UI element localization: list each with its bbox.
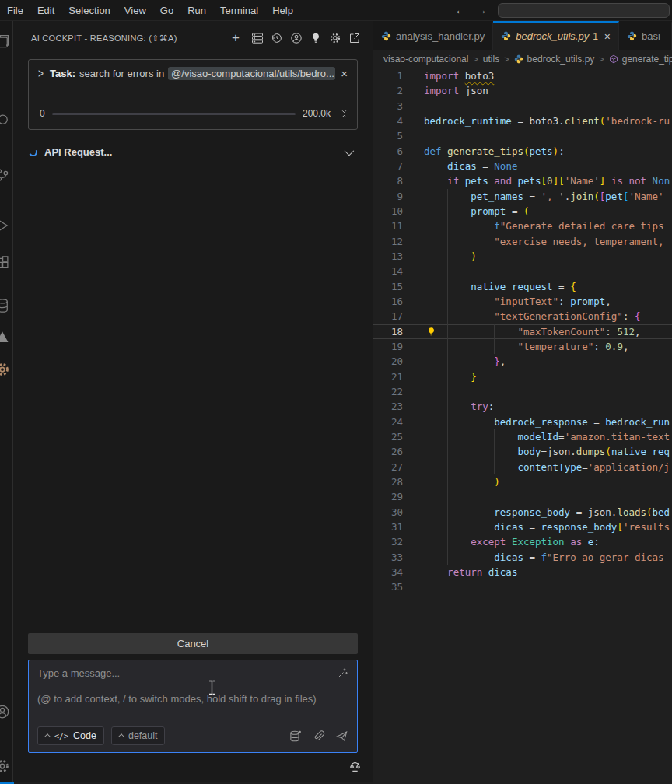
menu-help[interactable]: Help bbox=[265, 0, 300, 21]
tab-analysis-handler[interactable]: analysis_handler.py bbox=[373, 21, 493, 50]
code-line[interactable]: 1import boto3 bbox=[373, 68, 672, 83]
code-line[interactable]: 23 try: bbox=[373, 399, 672, 414]
account-icon[interactable] bbox=[0, 704, 10, 719]
lightbulb-quickfix-icon[interactable] bbox=[426, 327, 436, 337]
nav-forward-icon[interactable]: → bbox=[473, 0, 490, 20]
code-line[interactable]: 2import json bbox=[373, 83, 672, 98]
account-icon[interactable] bbox=[290, 32, 303, 44]
code-line[interactable]: 4bedrock_runtime = boto3.client('bedrock… bbox=[373, 114, 672, 128]
nav-back-icon[interactable]: ← bbox=[452, 0, 469, 20]
code-line[interactable]: 19 "temperature": 0.9, bbox=[373, 339, 672, 354]
code-line[interactable]: 25 modelId='amazon.titan-text bbox=[373, 429, 672, 444]
mcp-servers-icon[interactable] bbox=[251, 32, 264, 44]
code-line[interactable]: 21 } bbox=[373, 369, 672, 384]
code-line[interactable]: 15 native_request = { bbox=[373, 279, 672, 294]
code-line[interactable]: 28 ) bbox=[373, 474, 672, 489]
code-line[interactable]: 5 bbox=[373, 128, 672, 143]
profile-label: default bbox=[128, 730, 158, 741]
open-in-editor-icon[interactable] bbox=[348, 32, 361, 44]
python-file-icon bbox=[501, 31, 511, 41]
context-window-slider[interactable] bbox=[52, 113, 296, 115]
enhance-prompt-icon[interactable] bbox=[336, 667, 348, 680]
collapse-context-icon[interactable] bbox=[339, 109, 349, 119]
extensions-icon[interactable] bbox=[0, 255, 10, 271]
code-line[interactable]: 13 ) bbox=[373, 249, 672, 264]
code-line[interactable]: 8 if pets and pets[0]['Name'] is not Non bbox=[373, 173, 672, 188]
code-text: modelId='amazon.titan-text bbox=[424, 429, 670, 444]
cancel-button[interactable]: Cancel bbox=[28, 633, 358, 654]
menu-go[interactable]: Go bbox=[153, 0, 180, 21]
code-line[interactable]: 22 bbox=[373, 384, 672, 399]
tab-bedrock-utils[interactable]: bedrock_utils.py 1 × bbox=[493, 21, 619, 50]
api-request-row[interactable]: API Request... bbox=[28, 143, 358, 160]
explorer-icon[interactable] bbox=[0, 33, 10, 49]
command-center-searchbox[interactable] bbox=[498, 3, 670, 18]
settings-gear-icon[interactable] bbox=[0, 758, 10, 774]
menu-terminal[interactable]: Terminal bbox=[213, 0, 265, 21]
menu-edit[interactable]: Edit bbox=[30, 0, 61, 21]
send-icon[interactable] bbox=[335, 730, 348, 743]
code-line[interactable]: 11 f"Generate detailed care tips bbox=[373, 219, 672, 233]
code-line[interactable]: 12 "exercise needs, temperament, bbox=[373, 234, 672, 249]
tab-basic[interactable]: basi bbox=[619, 21, 672, 50]
menu-view[interactable]: View bbox=[117, 0, 153, 21]
attach-paperclip-icon[interactable] bbox=[312, 730, 325, 743]
breadcrumb-folder[interactable]: visao-computacional bbox=[383, 54, 468, 65]
code-line[interactable]: 16 "inputText": prompt, bbox=[373, 294, 672, 309]
new-task-icon[interactable]: + bbox=[232, 32, 244, 44]
database-icon[interactable] bbox=[0, 298, 10, 313]
code-line[interactable]: 17 "textGenerationConfig": { bbox=[373, 309, 672, 324]
task-expand-icon[interactable]: > bbox=[38, 67, 44, 80]
code-line[interactable]: 20 }, bbox=[373, 354, 672, 369]
scales-icon[interactable] bbox=[348, 760, 362, 773]
context-database-icon[interactable] bbox=[289, 730, 302, 743]
line-number: 5 bbox=[373, 128, 403, 143]
chevron-down-icon[interactable] bbox=[345, 145, 355, 156]
code-text: import boto3 bbox=[424, 68, 494, 83]
code-line[interactable]: 26 body=json.dumps(native_req bbox=[373, 444, 672, 459]
search-input[interactable] bbox=[499, 5, 669, 19]
code-line[interactable]: 6def generate_tips(pets): bbox=[373, 144, 672, 159]
code-line[interactable]: 3 bbox=[373, 99, 672, 114]
breadcrumb-file[interactable]: bedrock_utils.py bbox=[527, 54, 595, 65]
line-number: 28 bbox=[373, 474, 403, 489]
code-line[interactable]: 30 response_body = json.loads(bed bbox=[373, 505, 672, 520]
code-text: "textGenerationConfig": { bbox=[424, 309, 640, 324]
menu-selection[interactable]: Selection bbox=[61, 0, 117, 21]
close-tab-icon[interactable]: × bbox=[604, 30, 611, 43]
cockpit-gear-icon[interactable] bbox=[0, 362, 10, 377]
ai-triangle-icon[interactable] bbox=[0, 329, 10, 345]
code-line[interactable]: 29 bbox=[373, 489, 672, 504]
history-icon[interactable] bbox=[271, 32, 283, 44]
run-debug-icon[interactable] bbox=[0, 218, 10, 233]
breadcrumb-folder[interactable]: utils bbox=[483, 54, 499, 65]
line-number: 6 bbox=[373, 144, 403, 159]
code-text: pet_names = ', '.join([pet['Name' bbox=[424, 189, 664, 204]
code-line[interactable]: 24 bedrock_response = bedrock_run bbox=[373, 415, 672, 429]
task-close-icon[interactable]: × bbox=[338, 67, 351, 80]
code-line[interactable]: 7 dicas = None bbox=[373, 159, 672, 173]
code-line[interactable]: 18 "maxTokenCount": 512, bbox=[373, 324, 672, 339]
settings-gear-icon[interactable] bbox=[329, 32, 341, 44]
editor-group: analysis_handler.py bedrock_utils.py 1 ×… bbox=[373, 21, 672, 784]
mode-selector-button[interactable]: </> Code bbox=[37, 726, 104, 745]
breadcrumb-symbol[interactable]: generate_tips bbox=[622, 54, 672, 65]
code-line[interactable]: 34 return dicas bbox=[373, 565, 672, 579]
code-line[interactable]: 32 except Exception as e: bbox=[373, 534, 672, 549]
code-line[interactable]: 27 contentType='application/j bbox=[373, 460, 672, 474]
menu-file[interactable]: File bbox=[0, 0, 30, 21]
code-line[interactable]: 35 bbox=[373, 579, 672, 594]
code-area[interactable]: 1import boto32import json34bedrock_runti… bbox=[373, 68, 672, 784]
lightbulb-icon[interactable] bbox=[310, 32, 322, 44]
source-control-icon[interactable] bbox=[0, 167, 10, 183]
code-line[interactable]: 9 pet_names = ', '.join([pet['Name' bbox=[373, 189, 672, 204]
menu-run[interactable]: Run bbox=[180, 0, 213, 21]
search-icon[interactable] bbox=[0, 113, 10, 128]
code-line[interactable]: 10 prompt = ( bbox=[373, 204, 672, 219]
message-input[interactable]: Type a message... (@ to add context, / t… bbox=[28, 660, 358, 753]
code-line[interactable]: 31 dicas = response_body['results bbox=[373, 520, 672, 534]
task-card[interactable]: > Task: search for errors in @/visao-com… bbox=[28, 59, 358, 130]
profile-selector-button[interactable]: default bbox=[111, 726, 166, 745]
code-line[interactable]: 33 dicas = f"Erro ao gerar dicas bbox=[373, 550, 672, 565]
code-line[interactable]: 14 bbox=[373, 264, 672, 278]
